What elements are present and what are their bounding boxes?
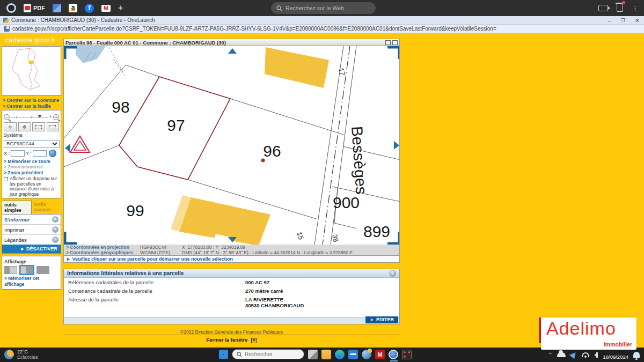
pdf-shortcut-button[interactable]: PDF	[24, 4, 45, 12]
legendes-label: Légendes	[4, 237, 27, 243]
x-input[interactable]	[11, 150, 25, 157]
layout-option-2-selected[interactable]	[20, 266, 33, 274]
address-bar[interactable]: cadastre.gouv.fr/scpc/afficherCarteParce…	[0, 25, 644, 33]
apps-shortcut-icon[interactable]	[53, 4, 61, 12]
info-panel-footer	[64, 317, 399, 324]
taskbar-search[interactable]	[232, 349, 304, 359]
restore-button[interactable]: ❐	[621, 18, 625, 23]
edge-browser-button[interactable]	[335, 350, 345, 359]
add-shortcut-button[interactable]: +	[118, 3, 123, 13]
tray-date[interactable]: 18/09/2024	[603, 354, 628, 360]
parcel-label-900[interactable]: 900	[333, 194, 360, 211]
minimize-button[interactable]: –	[608, 17, 611, 24]
help-icon[interactable]: ?	[389, 270, 396, 277]
gmail-shortcut-icon[interactable]: M	[101, 5, 111, 12]
overview-minimap[interactable]	[2, 46, 61, 95]
tab-outils-avances[interactable]: outils avancés	[32, 201, 61, 214]
tray-overflow-chevron[interactable]: ⌃	[548, 352, 552, 358]
layout-option-1[interactable]	[4, 266, 17, 274]
memoriser-affichage-link[interactable]: > Mémoriser cet affichage	[4, 276, 58, 287]
parcel-label-96[interactable]: 96	[263, 142, 281, 160]
cadastre-logo[interactable]: cadastre.gouv.fr	[0, 33, 63, 46]
onelaunch-icon	[389, 350, 398, 359]
volume-icon[interactable]	[594, 352, 598, 358]
close-window-x-icon[interactable]: ✕	[251, 338, 257, 343]
close-window-link[interactable]: Fermer la fenêtre ✕	[63, 337, 400, 343]
y-input[interactable]	[33, 150, 47, 157]
center-feuille-link[interactable]: > Centrer sur la feuille	[3, 104, 61, 109]
zoom-precedent-link[interactable]: > Zoom précédent	[4, 170, 59, 176]
memoriser-zoom-link[interactable]: > Mémoriser ce zoom	[4, 159, 59, 165]
close-button[interactable]: ✕	[635, 17, 640, 24]
web-search-bar[interactable]	[271, 2, 376, 14]
wifi-icon[interactable]	[582, 352, 589, 357]
editer-button[interactable]: ►ÉDITER	[365, 316, 398, 323]
pan-hand-tool-button[interactable]: ✛	[4, 122, 17, 131]
desactiver-arrow-icon: ►	[20, 246, 25, 252]
imprimer-expand-icon[interactable]: >	[52, 226, 58, 233]
capture-app-button[interactable]	[402, 350, 412, 359]
help-app-button[interactable]	[362, 350, 371, 359]
road-name-label: Bessèges	[348, 125, 370, 195]
url-text[interactable]: cadastre.gouv.fr/scpc/afficherCarteParce…	[12, 26, 496, 32]
cadastre-map[interactable]: 98 97 96 99 900 899 Bessèges 17 15 38	[63, 46, 400, 245]
start-button[interactable]	[219, 350, 228, 359]
zoom-memorise-link: > Zoom mémorisé	[4, 164, 59, 170]
trash-icon[interactable]	[617, 4, 623, 12]
detach-map-icon[interactable]	[385, 40, 391, 45]
map-title: Parcelle 96 - Feuille 000 AC 01 - Commun…	[65, 40, 226, 46]
imprimer-row[interactable]: Imprimer >	[2, 225, 61, 235]
sinformer-expand-icon[interactable]: >	[52, 216, 58, 223]
projection-select[interactable]: RGF93CC44	[4, 140, 60, 148]
site-tiles-icon	[4, 26, 9, 31]
file-explorer-button[interactable]	[321, 350, 331, 359]
task-view-button[interactable]	[308, 350, 318, 359]
facebook-shortcut-icon[interactable]: f	[85, 4, 94, 13]
zoom-out-icon[interactable]: −	[4, 114, 10, 120]
location-icon[interactable]	[569, 350, 578, 359]
sinformer-row[interactable]: S'informer >	[2, 215, 61, 225]
x-label: X :	[4, 151, 10, 156]
extent-tool-button[interactable]	[47, 122, 60, 131]
move-tool-button[interactable]: ✥	[18, 122, 31, 131]
notifications-bell-icon[interactable]	[633, 352, 640, 358]
fullscreen-map-icon[interactable]	[392, 40, 398, 45]
pan-right-arrow[interactable]	[394, 141, 399, 150]
zoom-in-plus[interactable]: +	[49, 114, 52, 120]
desactiver-button[interactable]: ► DÉSACTIVER	[2, 245, 61, 253]
screen-capture-icon[interactable]	[598, 5, 608, 11]
legendes-expand-icon[interactable]: >	[52, 237, 58, 243]
onelaunch-taskbar-button[interactable]	[389, 350, 398, 359]
layout-option-3[interactable]	[36, 266, 49, 274]
widgets-button[interactable]	[348, 350, 358, 359]
taskbar-search-input[interactable]	[245, 351, 296, 357]
zoom-rect-tool-button[interactable]	[32, 122, 45, 131]
goto-coordinates-button[interactable]	[49, 150, 56, 157]
onelaunch-logo-icon[interactable]	[6, 3, 16, 13]
y-label: Y :	[26, 151, 32, 156]
parcel-label-899[interactable]: 899	[363, 223, 390, 240]
pdf-label: PDF	[33, 5, 45, 11]
legendes-row[interactable]: Légendes >	[2, 235, 61, 245]
zoom-in-icon[interactable]: +	[53, 114, 59, 120]
windows-taskbar: 22°C Eclaircies M ⌃ 18/09/2024	[0, 348, 644, 362]
parcel-label-98[interactable]: 98	[112, 98, 129, 116]
weather-widget[interactable]: 22°C Eclaircies	[4, 349, 38, 360]
pan-up-arrow[interactable]	[228, 48, 237, 54]
pan-left-arrow[interactable]	[65, 144, 70, 152]
parcel-label-97[interactable]: 97	[167, 116, 185, 134]
center-commune-link[interactable]: > Centrer sur la commune	[3, 98, 61, 104]
tab-outils-simples[interactable]: outils simples	[2, 201, 32, 214]
browser-menu-icon[interactable]: ⋮	[632, 4, 639, 12]
mcafee-button[interactable]: M	[375, 350, 385, 359]
drapeau-checkbox[interactable]	[4, 177, 8, 181]
tab-title[interactable]: Commune : CHAMBORIGAUD (30) - Cadastre -…	[11, 17, 155, 23]
zoom-slider[interactable]	[11, 117, 48, 117]
onedrive-icon[interactable]	[557, 352, 566, 357]
amazon-shortcut-icon[interactable]: a	[69, 4, 77, 12]
zoom-slider-handle[interactable]	[38, 115, 42, 118]
parcel-label-99[interactable]: 99	[126, 202, 144, 219]
info-row-contenance: Contenance cadastrale de la parcelle 270…	[64, 286, 399, 295]
web-search-input[interactable]	[286, 5, 370, 11]
editer-label: ÉDITER	[376, 317, 394, 322]
